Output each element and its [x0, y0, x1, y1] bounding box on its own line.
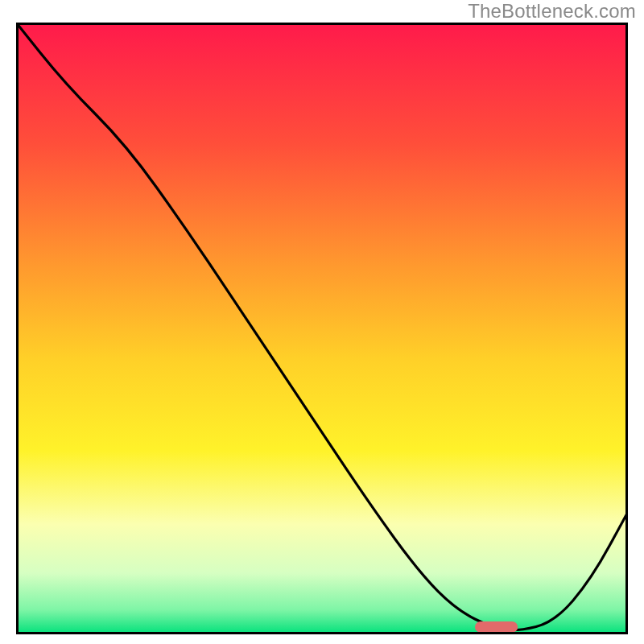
watermark-text: TheBottleneck.com	[468, 0, 636, 23]
gradient-background	[16, 23, 628, 634]
chart-svg	[16, 23, 628, 634]
plot-area	[16, 23, 628, 634]
chart-container: TheBottleneck.com	[0, 0, 644, 644]
optimal-range-marker	[475, 621, 518, 633]
